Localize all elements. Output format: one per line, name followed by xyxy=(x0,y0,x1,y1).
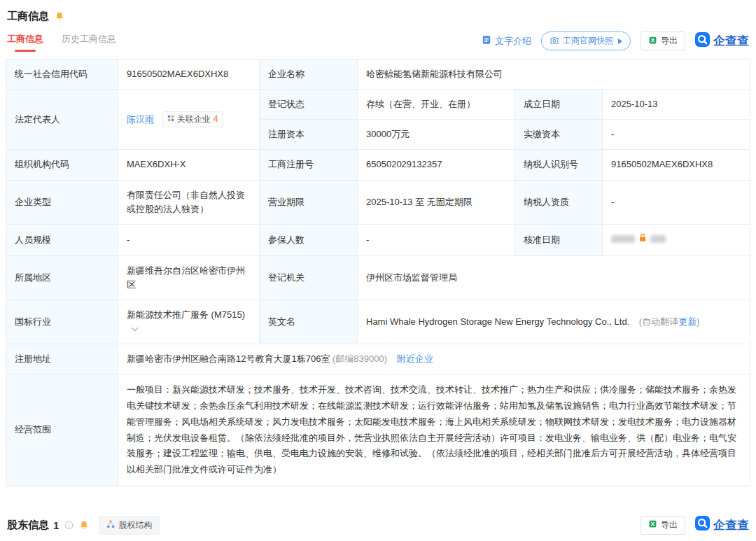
label-reg-capital: 注册资本 xyxy=(260,120,358,150)
row-org-code: 组织机构代码 MAEX6DXH-X 工商注册号 650502029132357 … xyxy=(6,150,750,180)
export-button[interactable]: 导出 xyxy=(640,31,685,50)
label-staff-size: 人员规模 xyxy=(6,224,118,255)
label-address: 注册地址 xyxy=(6,344,118,374)
translate-update-link[interactable]: 更新 xyxy=(678,316,696,327)
value-staff-size: - xyxy=(118,224,260,255)
qichacha-logo-icon xyxy=(695,32,710,50)
document-icon xyxy=(482,35,491,47)
label-credit-code: 统一社会信用代码 xyxy=(6,59,118,90)
official-snapshot-button[interactable]: 工商官网快照 xyxy=(541,31,631,50)
label-taxpayer-id: 纳税人识别号 xyxy=(515,150,603,180)
row-company-type: 企业类型 有限责任公司（非自然人投资或控股的法人独资） 营业期限 2025-10… xyxy=(6,180,750,224)
text-intro-button[interactable]: 文字介绍 xyxy=(482,35,531,48)
value-industry: 新能源技术推广服务 (M7515) xyxy=(118,300,260,344)
label-insured: 参保人数 xyxy=(260,224,358,255)
value-insured: - xyxy=(358,224,515,255)
excel-export-icon xyxy=(648,36,657,47)
related-grid-icon xyxy=(167,113,174,126)
value-taxpayer-id: 91650502MAEX6DXHX8 xyxy=(603,150,750,180)
tab-history-business-info[interactable]: 历史工商信息 xyxy=(62,31,116,52)
business-info-table: 统一社会信用代码 91650502MAEX6DXHX8 企业名称 哈密鲸能氢储新… xyxy=(6,59,750,486)
equity-structure-label: 股权结构 xyxy=(118,519,152,531)
value-legal-rep: 陈汉雨 关联企业 4 xyxy=(118,90,260,150)
value-approval-date xyxy=(603,224,750,255)
value-org-code: MAEX6DXH-X xyxy=(118,150,260,180)
shareholders-actions: 导出 企查查 xyxy=(640,516,749,535)
label-business-scope: 经营范围 xyxy=(6,374,118,486)
label-legal-rep: 法定代表人 xyxy=(6,90,118,150)
tab-business-info[interactable]: 工商信息 xyxy=(7,31,43,52)
blurred-text xyxy=(650,235,666,243)
org-chart-icon xyxy=(106,520,115,531)
value-company-type: 有限责任公司（非自然人投资或控股的法人独资） xyxy=(118,180,260,224)
qichacha-logo-icon xyxy=(695,516,710,534)
row-staff: 人员规模 - 参保人数 - 核准日期 xyxy=(6,224,750,255)
related-companies-chip[interactable]: 关联企业 4 xyxy=(162,111,223,127)
industry-text: 新能源技术推广服务 (M7515) xyxy=(127,309,245,320)
vip-locked-approval-date[interactable] xyxy=(611,232,666,246)
header-actions: 文字介绍 工商官网快照 导出 企查查 xyxy=(482,31,749,50)
qichacha-brand-label: 企查查 xyxy=(713,33,749,49)
excel-export-icon xyxy=(648,519,657,531)
value-business-scope: 一般项目：新兴能源技术研发；技术服务、技术开发、技术咨询、技术交流、技术转让、技… xyxy=(118,374,750,486)
value-reg-capital: 30000万元 xyxy=(358,120,515,150)
label-reg-status: 登记状态 xyxy=(260,90,358,120)
business-registration-page: 工商信息 工商信息 历史工商信息 文字介绍 工商官网快照 xyxy=(0,0,756,541)
shareholders-count: 1 xyxy=(53,519,59,531)
value-reg-status: 存续（在营、开业、在册） xyxy=(358,90,515,120)
export-button[interactable]: 导出 xyxy=(640,516,685,535)
value-company-name: 哈密鲸能氢储新能源科技有限公司 xyxy=(358,59,750,90)
tabs: 工商信息 历史工商信息 xyxy=(7,31,116,52)
label-paid-capital: 实缴资本 xyxy=(515,120,603,150)
label-authority: 登记机关 xyxy=(260,255,358,300)
export-label: 导出 xyxy=(661,35,678,47)
value-english-name: Hami Whale Hydrogen Storage New Energy T… xyxy=(358,300,750,344)
label-taxpayer-qual: 纳税人资质 xyxy=(515,180,603,224)
row-credit-code: 统一社会信用代码 91650502MAEX6DXHX8 企业名称 哈密鲸能氢储新… xyxy=(6,59,750,90)
lock-icon xyxy=(638,232,647,246)
shareholders-title-group: 股东信息 1 股权结构 xyxy=(7,516,160,535)
qichacha-logo[interactable]: 企查查 xyxy=(695,516,749,534)
export-label: 导出 xyxy=(661,519,678,531)
value-reg-no: 650502029132357 xyxy=(358,150,515,180)
snapshot-label: 工商官网快照 xyxy=(563,35,613,47)
notification-bell-icon[interactable] xyxy=(55,11,64,22)
chevron-down-icon[interactable] xyxy=(132,325,139,332)
label-approval-date: 核准日期 xyxy=(515,224,603,255)
value-address: 新疆哈密市伊州区融合南路12号教育大厦1栋706室 (邮编839000) 附近企… xyxy=(118,344,750,374)
play-icon xyxy=(618,38,622,44)
nearby-companies-link[interactable]: 附近企业 xyxy=(397,353,433,364)
label-company-type: 企业类型 xyxy=(6,180,118,224)
qichacha-logo[interactable]: 企查查 xyxy=(695,32,749,50)
label-est-date: 成立日期 xyxy=(515,90,603,120)
legal-rep-link[interactable]: 陈汉雨 xyxy=(127,114,154,125)
row-scope: 经营范围 一般项目：新兴能源技术研发；技术服务、技术开发、技术咨询、技术交流、技… xyxy=(6,374,750,486)
label-reg-no: 工商注册号 xyxy=(260,150,358,180)
shareholders-header: 股东信息 1 股权结构 导出 xyxy=(6,516,750,541)
section1-title-row: 工商信息 xyxy=(6,8,750,31)
auto-translate-note: (自动翻译更新) xyxy=(639,316,700,327)
info-icon[interactable] xyxy=(64,521,74,530)
row-region: 所属地区 新疆维吾尔自治区哈密市伊州区 登记机关 伊州区市场监督管理局 xyxy=(6,255,750,300)
label-org-code: 组织机构代码 xyxy=(6,150,118,180)
value-est-date: 2025-10-13 xyxy=(603,90,750,120)
shareholders-title: 股东信息 xyxy=(7,519,49,532)
related-companies-label: 关联企业 xyxy=(177,113,211,126)
text-intro-label: 文字介绍 xyxy=(495,35,531,48)
camera-icon xyxy=(550,36,559,47)
value-region: 新疆维吾尔自治区哈密市伊州区 xyxy=(118,255,260,300)
label-english-name: 英文名 xyxy=(260,300,358,344)
equity-structure-button[interactable]: 股权结构 xyxy=(99,516,160,535)
label-region: 所属地区 xyxy=(6,255,118,300)
address-text: 新疆哈密市伊州区融合南路12号教育大厦1栋706室 xyxy=(127,353,330,364)
notification-bell-icon[interactable] xyxy=(79,520,89,531)
row-industry: 国标行业 新能源技术推广服务 (M7515) 英文名 Hami Whale Hy… xyxy=(6,300,750,344)
qichacha-brand-label: 企查查 xyxy=(713,517,749,533)
value-paid-capital: - xyxy=(603,120,750,150)
value-credit-code: 91650502MAEX6DXHX8 xyxy=(118,59,260,90)
blurred-text xyxy=(611,235,635,243)
english-name-text: Hami Whale Hydrogen Storage New Energy T… xyxy=(366,316,629,327)
business-info-section: 工商信息 工商信息 历史工商信息 文字介绍 工商官网快照 xyxy=(6,8,750,486)
related-companies-count: 4 xyxy=(214,113,218,126)
label-company-name: 企业名称 xyxy=(260,59,358,90)
